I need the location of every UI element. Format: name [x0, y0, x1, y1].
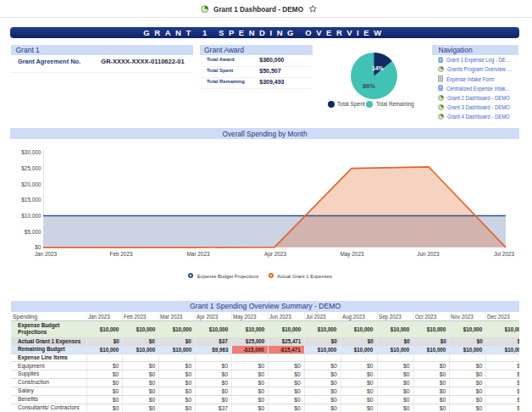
svg-text:$25,000: $25,000 [21, 165, 42, 171]
svg-text:Feb 2023: Feb 2023 [109, 251, 132, 257]
svg-text:$10,000: $10,000 [21, 213, 42, 219]
svg-text:May 2023: May 2023 [340, 251, 364, 258]
svg-text:Mar 2023: Mar 2023 [187, 251, 210, 257]
svg-text:$5,000: $5,000 [25, 229, 42, 235]
svg-text:$15,000: $15,000 [21, 197, 42, 203]
svg-text:Apr 2023: Apr 2023 [264, 251, 286, 258]
svg-text:Jun 2023: Jun 2023 [417, 251, 440, 257]
svg-text:$30,000: $30,000 [21, 149, 42, 155]
svg-text:$20,000: $20,000 [21, 181, 42, 187]
svg-text:Jul 2023: Jul 2023 [494, 251, 515, 257]
svg-text:Jan 2023: Jan 2023 [35, 251, 58, 257]
svg-text:$0: $0 [35, 244, 42, 250]
